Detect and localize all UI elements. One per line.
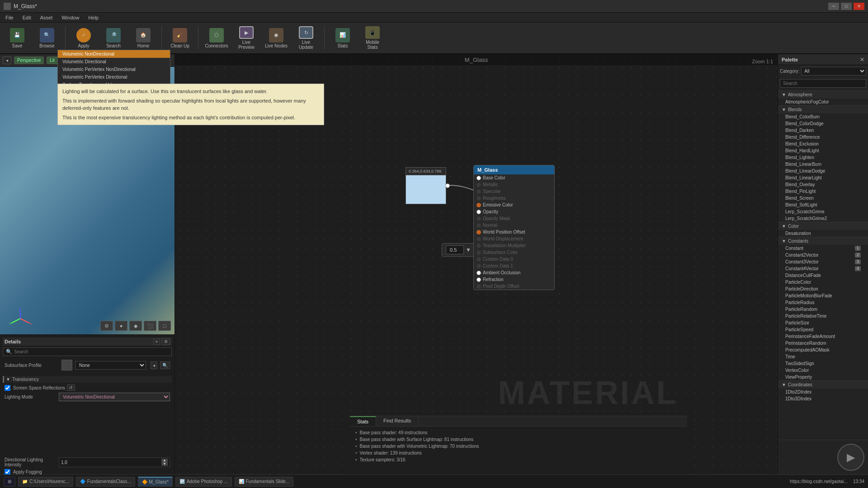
palette-item-1dto3dindex[interactable]: 1Dto3DIndex [778, 395, 868, 402]
palette-item-distancecullfade[interactable]: DistanceCullFade [778, 272, 868, 279]
viewport-mode-dropdown[interactable]: ◂ [3, 56, 11, 64]
find-results-tab[interactable]: Find Results [376, 416, 419, 426]
taskbar-item-fundamentals[interactable]: 🔷 FundamentalsClass... [76, 477, 135, 487]
palette-item-blend-darken[interactable]: Blend_Darken [778, 127, 868, 134]
directional-lighting-input[interactable] [61, 460, 97, 465]
cleanup-button[interactable]: 🧹 Clean Up [166, 24, 193, 52]
menu-asset[interactable]: Asset [38, 15, 55, 20]
taskbar-start[interactable]: ⊞ [4, 477, 15, 487]
vp-btn-5[interactable]: □ [158, 321, 171, 331]
palette-item-blend-linearburn[interactable]: Blend_LinearBurn [778, 161, 868, 168]
stats-tab[interactable]: Stats [350, 416, 376, 426]
vp-btn-2[interactable]: ● [115, 321, 127, 331]
palette-cat-coordinates[interactable]: ▼Coordinates [778, 380, 868, 389]
menu-edit[interactable]: Edit [21, 15, 33, 20]
details-search-input[interactable] [14, 349, 169, 354]
palette-item-1dto2dindex[interactable]: 1Dto2DIndex [778, 389, 868, 395]
palette-item-constant[interactable]: Constant1 [778, 245, 868, 252]
palette-cat-blends[interactable]: ▼Blends [778, 105, 868, 113]
palette-video-play-button[interactable]: ▶ [837, 444, 864, 471]
palette-item-particlemotionblurfade[interactable]: ParticleMotionBlurFade [778, 292, 868, 299]
taskbar-item-photoshop[interactable]: 🅿️ Adobe Photoshop ... [175, 477, 232, 487]
slider-node[interactable]: 0.5 ▼ [442, 243, 475, 257]
slider-value[interactable]: 0.5 [446, 245, 464, 254]
details-search-box[interactable]: 🔍 [3, 347, 172, 356]
lit-button[interactable]: Lit [47, 56, 58, 64]
palette-item-particledirection[interactable]: ParticleDirection [778, 286, 868, 292]
palette-item-precomputedaomask[interactable]: PrecomputedAOMask [778, 347, 868, 353]
palette-item-blend-linearlight[interactable]: Blend_LinearLight [778, 174, 868, 181]
details-list-view[interactable]: ≡ [153, 338, 160, 345]
palette-item-particlesize[interactable]: ParticleSize [778, 319, 868, 326]
stats-button[interactable]: 📊 Stats [329, 24, 356, 52]
taskbar-item-mglass[interactable]: 🔶 M_Glass* [138, 477, 173, 487]
palette-item-perinstancefadeamount[interactable]: PerinstanceFadeAmount [778, 333, 868, 340]
palette-item-vertexcolor[interactable]: VertexColor [778, 367, 868, 374]
palette-close-button[interactable]: ✕ [860, 56, 864, 63]
screen-space-reset[interactable]: ↺ [67, 385, 75, 391]
dl-down[interactable]: ▼ [161, 462, 168, 466]
palette-item-particlecolor[interactable]: ParticleColor [778, 279, 868, 286]
taskbar-item-slides[interactable]: 📊 Fundamentals Slide... [235, 477, 294, 487]
perspective-button[interactable]: Perspective [14, 56, 44, 64]
mobile-stats-button[interactable]: 📱 Mobile Stats [359, 24, 386, 52]
palette-item-blend-difference[interactable]: Blend_Difference [778, 134, 868, 141]
screen-space-checkbox[interactable] [5, 385, 10, 391]
livenodes-button[interactable]: ◉ Live Nodes [263, 24, 290, 52]
palette-cat-constants[interactable]: ▼Constants [778, 237, 868, 245]
palette-item-particlespeed[interactable]: ParticleSpeed [778, 326, 868, 333]
subsurface-back-btn[interactable]: ◂ [151, 361, 157, 369]
palette-item-particlerandom[interactable]: ParticleRandom [778, 306, 868, 313]
taskbar-item-explorer[interactable]: 📁 C:\Users\Hourenc... [18, 477, 73, 487]
save-button[interactable]: 💾 Save [4, 24, 31, 52]
vp-btn-1[interactable]: ⚙ [100, 321, 113, 331]
palette-item-blend-softlight[interactable]: Blend_SoftLight [778, 202, 868, 208]
minimize-button[interactable]: ─ [828, 3, 839, 10]
palette-item-blend-colorburn[interactable]: Blend_ColorBurn [778, 113, 868, 120]
connectors-button[interactable]: ⬡ Connectors [203, 24, 230, 52]
palette-item-blend-colordodge[interactable]: Blend_ColorDodge [778, 120, 868, 127]
apply-fogging-checkbox[interactable] [5, 469, 10, 474]
vp-btn-4[interactable]: ⬛ [144, 321, 156, 331]
palette-item-blend-overlay[interactable]: Blend_Overlay [778, 181, 868, 188]
mglass-node[interactable]: M_Glass Base Color Metallic Specular Rou… [473, 165, 555, 290]
vp-btn-3[interactable]: ◆ [129, 321, 142, 331]
maximize-button[interactable]: □ [841, 3, 852, 10]
palette-item-blend-lineardodge[interactable]: Blend_LinearDodge [778, 168, 868, 174]
subsurface-profile-select[interactable]: None [75, 361, 146, 370]
palette-cat-color[interactable]: ▼Color [778, 222, 868, 230]
menu-file[interactable]: File [4, 15, 15, 20]
palette-item-constant3v[interactable]: Constant3Vector3 [778, 258, 868, 265]
palette-item-lerp-scratchgrime2[interactable]: Lerp_ScratchGrime2 [778, 215, 868, 222]
details-options[interactable]: ⚙ [162, 338, 170, 345]
browse-button[interactable]: 🔍 Browse [33, 24, 61, 52]
liveupdate-button[interactable]: ↻ Live Update [292, 24, 320, 52]
subsurface-color-swatch[interactable] [61, 360, 72, 371]
subsurface-search-btn[interactable]: 🔍 [160, 361, 170, 369]
palette-item-blend-exclusion[interactable]: Blend_Exclusion [778, 141, 868, 147]
search-button[interactable]: 🔎 Search [100, 24, 127, 52]
lighting-mode-select[interactable]: Volumetric NonDirectional [59, 393, 170, 401]
palette-search-input[interactable] [780, 79, 866, 88]
close-button[interactable]: ✕ [854, 3, 864, 10]
palette-item-particlerelativetime[interactable]: ParticleRelativeTime [778, 313, 868, 319]
palette-item-particleradius[interactable]: ParticleRadius [778, 299, 868, 306]
livepreview-button[interactable]: ▶ Live Preview [233, 24, 260, 52]
palette-item-constant2v[interactable]: Constant2Vector2 [778, 252, 868, 258]
home-button[interactable]: 🏠 Home [130, 24, 157, 52]
palette-item-perinstancerandom[interactable]: PerinstanceRandom [778, 340, 868, 347]
palette-item-time[interactable]: Time [778, 353, 868, 360]
palette-cat-atmosphere[interactable]: ▼Atmosphere [778, 90, 868, 99]
palette-item-atmospheric-fog[interactable]: AtmosphericFogColor [778, 99, 868, 105]
palette-item-blend-screen[interactable]: Blend_Screen [778, 195, 868, 202]
menu-help[interactable]: Help [86, 15, 100, 20]
palette-item-lerp-scratchgrime[interactable]: Lerp_ScratchGrime [778, 208, 868, 215]
palette-item-viewproperty[interactable]: ViewProperty [778, 374, 868, 380]
apply-button[interactable]: ✓ Apply [70, 24, 97, 52]
palette-item-blend-pinlight[interactable]: Blend_PinLight [778, 188, 868, 195]
palette-item-twosidesign[interactable]: TwoSidedSign [778, 360, 868, 367]
palette-category-select[interactable]: All [801, 67, 866, 75]
palette-item-desaturation[interactable]: Desaturation [778, 230, 868, 237]
menu-window[interactable]: Window [60, 15, 81, 20]
palette-item-blend-lighten[interactable]: Blend_Lighten [778, 154, 868, 161]
